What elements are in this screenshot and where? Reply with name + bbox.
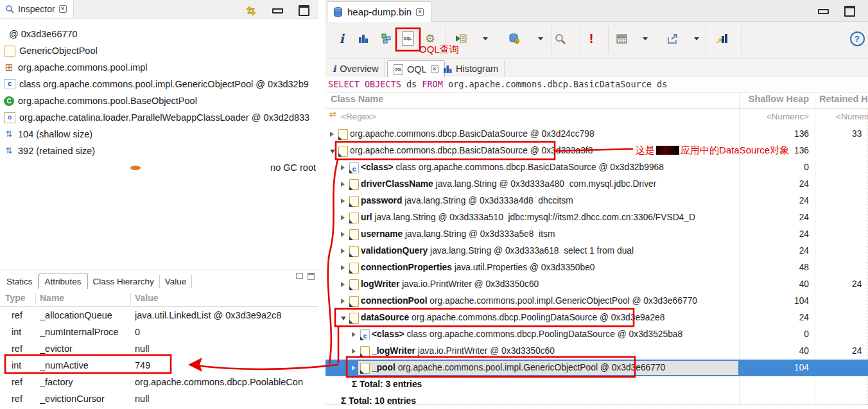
chevron-right-icon[interactable]: [341, 248, 347, 254]
errors-icon[interactable]: !: [583, 30, 600, 47]
chevron-right-icon[interactable]: [341, 299, 347, 304]
chevron-right-icon[interactable]: [352, 349, 358, 354]
tab-class-hierarchy[interactable]: Class Hierarchy: [88, 275, 160, 288]
numeric-filter[interactable]: <Numeric>: [740, 112, 809, 121]
col-class-name[interactable]: Class Name: [331, 94, 383, 104]
row-text: logWriter java.io.PrintWriter @ 0x3d3350…: [361, 276, 738, 293]
table-row[interactable]: ref_evictionCursornull: [0, 390, 318, 407]
inspector-item-label: 104 (shallow size): [18, 126, 92, 143]
help-icon[interactable]: ?: [849, 30, 865, 47]
chevron-right-icon[interactable]: [352, 332, 358, 337]
chevron-right-icon[interactable]: [341, 265, 347, 270]
sync-snapshot-icon[interactable]: [245, 6, 257, 16]
query-gear-icon[interactable]: ⚙: [422, 30, 438, 47]
tab-attributes[interactable]: Attributes: [39, 274, 88, 289]
chevron-right-icon[interactable]: [352, 365, 358, 370]
tree-row[interactable]: dataSource org.apache.commons.dbcp.Pooli…: [326, 309, 868, 326]
regex-filter[interactable]: <Regex>: [341, 112, 376, 121]
inspector-item[interactable]: cclass org.apache.commons.pool.impl.Gene…: [4, 76, 316, 92]
inspector-item[interactable]: ⇅104 (shallow size): [4, 126, 316, 143]
histogram-icon[interactable]: [355, 30, 372, 47]
inspector-item[interactable]: no GC root: [4, 159, 316, 176]
chevron-right-icon[interactable]: [341, 232, 347, 237]
col-retained-heap[interactable]: Retained Heap: [819, 94, 868, 104]
total-row[interactable]: Σ Total: 10 entries: [326, 393, 868, 409]
tree-row[interactable]: driverClassName java.lang.String @ 0x3d3…: [326, 176, 868, 193]
dropdown-icon[interactable]: [688, 30, 705, 47]
tree-row[interactable]: _logWriter java.io.PrintWriter @ 0x3d335…: [326, 343, 868, 360]
col-name[interactable]: Name: [40, 293, 64, 303]
chevron-right-icon[interactable]: [341, 165, 347, 170]
chevron-right-icon[interactable]: [341, 282, 347, 287]
tree-row[interactable]: _pool org.apache.commons.pool.impl.Gener…: [326, 360, 868, 376]
shallow-heap-cell: 24: [740, 193, 809, 209]
tab-statics[interactable]: Statics: [1, 275, 39, 288]
chevron-down-icon[interactable]: [330, 150, 335, 156]
inspector-item[interactable]: ⊞org.apache.commons.pool.impl: [4, 59, 316, 76]
inspector-item[interactable]: ⇅392 (retained size): [4, 143, 316, 159]
tab-histogram[interactable]: Histogram: [438, 60, 505, 77]
filter-row[interactable]: ⇄ <Regex> <Numeric> <Numeric>: [326, 109, 868, 126]
shallow-heap-cell: 104: [740, 293, 809, 309]
search-icon[interactable]: [551, 30, 568, 47]
close-icon[interactable]: ✕: [431, 65, 438, 73]
maximize-icon[interactable]: [844, 6, 855, 17]
chevron-right-icon[interactable]: [341, 182, 347, 187]
calculator-icon[interactable]: [613, 30, 630, 47]
tree-row[interactable]: url java.lang.String @ 0x3d333a510 jdbc:…: [326, 209, 868, 226]
table-row[interactable]: ref_allocationQueuejava.util.LinkedList …: [0, 307, 318, 324]
table-row[interactable]: int_numInternalProce0: [0, 324, 318, 340]
restore-icon[interactable]: [308, 273, 315, 280]
tree-row[interactable]: username java.lang.String @ 0x3d333a5e8 …: [326, 226, 868, 243]
tree-row[interactable]: org.apache.commons.dbcp.BasicDataSource …: [326, 126, 868, 143]
col-shallow-heap[interactable]: Shallow Heap: [740, 94, 809, 104]
total-label: Σ Total: 3 entries: [352, 376, 422, 393]
col-type[interactable]: Type: [5, 293, 26, 303]
tree-row[interactable]: org.apache.commons.dbcp.BasicDataSource …: [326, 143, 868, 159]
table-row[interactable]: int_numActive749: [0, 357, 318, 374]
minimize-icon[interactable]: [272, 8, 283, 13]
dropdown-icon[interactable]: [637, 30, 654, 47]
numeric-filter[interactable]: <Numeric>: [836, 112, 868, 121]
tab-inspector[interactable]: Inspector ✕: [0, 0, 74, 18]
tree-row[interactable]: password java.lang.String @ 0x3d333a4d8 …: [326, 193, 868, 209]
tree-row[interactable]: logWriter java.io.PrintWriter @ 0x3d3350…: [326, 276, 868, 293]
tree-row[interactable]: <class> class org.apache.commons.dbcp.Po…: [326, 326, 868, 343]
dropdown-icon[interactable]: [532, 30, 549, 47]
table-row[interactable]: ref_evictornull: [0, 340, 318, 357]
chevron-down-icon[interactable]: [341, 317, 346, 323]
tree-row[interactable]: connectionPool org.apache.commons.pool.i…: [326, 293, 868, 309]
dropdown-icon[interactable]: [477, 30, 494, 47]
oql-icon[interactable]: OQL: [399, 30, 416, 47]
run-expression-icon[interactable]: [453, 30, 469, 47]
tree-row[interactable]: validationQuery java.lang.String @ 0x3d3…: [326, 243, 868, 259]
info-icon[interactable]: i: [333, 30, 350, 47]
dominator-tree-icon[interactable]: [378, 30, 394, 47]
compare-icon[interactable]: [714, 30, 731, 47]
tree-row[interactable]: connectionProperties java.util.Propertie…: [326, 259, 868, 276]
inspector-item[interactable]: GenericObjectPool: [4, 42, 316, 59]
close-icon[interactable]: ✕: [416, 8, 424, 16]
close-icon[interactable]: ✕: [59, 5, 67, 13]
col-value[interactable]: Value: [135, 293, 159, 303]
tab-oql[interactable]: OQLOQL ✕: [387, 60, 445, 78]
tree-row[interactable]: <class> class org.apache.commons.dbcp.Ba…: [326, 159, 868, 176]
chevron-right-icon[interactable]: [341, 215, 347, 220]
tab-overview[interactable]: iOverview: [327, 60, 385, 77]
heap-objects-icon[interactable]: [506, 30, 523, 47]
minimize-icon[interactable]: [818, 9, 829, 14]
inspector-item[interactable]: oorg.apache.catalina.loader.ParallelWeba…: [4, 109, 316, 126]
tab-heap-dump[interactable]: heap-dump.bin ✕: [327, 1, 432, 22]
maximize-icon[interactable]: [299, 5, 309, 16]
inspector-item[interactable]: Corg.apache.commons.pool.BaseObjectPool: [4, 92, 316, 109]
view-menu-icon[interactable]: [296, 273, 303, 279]
class-icon: [349, 162, 359, 173]
total-row[interactable]: Σ Total: 3 entries: [326, 376, 868, 393]
oql-query-input[interactable]: SELECT OBJECTS ds FROM org.apache.common…: [326, 77, 868, 92]
chevron-right-icon[interactable]: [341, 198, 347, 204]
tab-value[interactable]: Value: [160, 275, 193, 288]
table-row[interactable]: ref_factoryorg.apache.commons.dbcp.Poola…: [0, 374, 318, 390]
chevron-right-icon[interactable]: [330, 132, 336, 137]
export-icon[interactable]: [664, 30, 681, 47]
inspector-item[interactable]: @ 0x3d3e66770: [4, 26, 316, 42]
